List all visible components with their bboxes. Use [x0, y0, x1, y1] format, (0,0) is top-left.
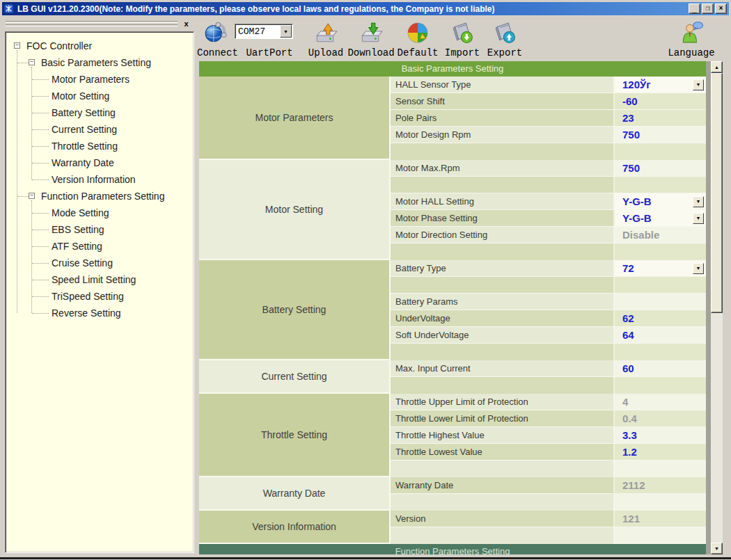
param-label: [391, 377, 615, 394]
param-value-text: 1.2: [622, 446, 637, 458]
table-row: Soft UnderVoltage64: [391, 327, 706, 344]
tree-collapse-icon[interactable]: −: [29, 59, 35, 65]
param-label: [391, 177, 615, 193]
tree-item-label: Warranty Date: [52, 157, 114, 168]
tree-connector: [17, 50, 17, 313]
param-value[interactable]: 1.2: [615, 444, 706, 460]
tree-item-function-parameters-setting[interactable]: −Function Parameters Setting: [10, 188, 191, 205]
toolbar-item-label: Import: [439, 47, 485, 58]
param-value: 121: [615, 511, 706, 527]
param-value[interactable]: 750: [615, 127, 706, 143]
tree-item-label: Reverse Setting: [52, 307, 121, 319]
param-label: Throttle Lowest Value: [391, 444, 615, 460]
param-group-current-setting: Current SettingMax. Input Current60: [199, 360, 706, 394]
group-cell-motor-setting: Motor Setting: [199, 160, 391, 259]
param-value[interactable]: 3.3: [615, 427, 706, 443]
connect-button[interactable]: Connect: [197, 17, 233, 60]
dropdown-button[interactable]: ▼: [693, 196, 704, 207]
param-value[interactable]: Y-G-B▼: [615, 193, 706, 209]
grabber-line: [6, 24, 178, 26]
vertical-scrollbar[interactable]: ▲ ▼: [711, 61, 723, 554]
tree-collapse-icon[interactable]: −: [29, 193, 35, 199]
tree-item-basic-parameters-setting[interactable]: −Basic Parameters Setting: [10, 54, 191, 71]
dropdown-button[interactable]: ▼: [693, 79, 704, 90]
group-cell-motor-parameters: Motor Parameters: [199, 77, 391, 159]
param-label: Motor Direction Setting: [391, 227, 615, 243]
param-value[interactable]: 750: [615, 160, 706, 176]
table-row: Throttle Upper Limit of Protection4: [391, 394, 706, 410]
tree-connector: [32, 79, 49, 80]
chevron-down-icon[interactable]: ▼: [280, 25, 292, 38]
param-label: Motor Design Rpm: [391, 127, 615, 143]
tree-item-label: FOC Controller: [26, 40, 92, 51]
uart-port-combobox[interactable]: COM27 ▼: [235, 24, 293, 39]
table-row: Max. Input Current60: [391, 360, 706, 377]
param-value-text: Y-G-B: [622, 195, 652, 207]
param-value[interactable]: 72▼: [615, 260, 706, 276]
uartport-button[interactable]: COM27 ▼ UartPort: [233, 17, 306, 60]
param-value: 4: [615, 394, 706, 410]
param-label: [391, 143, 615, 160]
close-button[interactable]: ×: [715, 3, 727, 14]
toolbar-item-label: Language: [667, 47, 716, 58]
default-button[interactable]: Default: [396, 17, 439, 60]
import-button[interactable]: Import: [439, 17, 485, 60]
param-value[interactable]: [615, 294, 706, 310]
param-value[interactable]: 23: [615, 110, 706, 126]
panel-close-button[interactable]: x: [181, 19, 191, 29]
tree-item-label: Cruise Setting: [52, 257, 113, 269]
section-header-function: Function Parameters Setting: [199, 544, 706, 554]
panel-grabber[interactable]: x: [4, 19, 194, 30]
param-group-throttle-setting: Throttle SettingThrottle Upper Limit of …: [199, 394, 706, 477]
param-value[interactable]: 60: [615, 360, 706, 376]
group-rows: Battery Type72▼Battery ParamsUnderVoltag…: [391, 260, 706, 359]
param-value[interactable]: 64: [615, 327, 706, 343]
group-cell-version-information: Version Information: [199, 511, 391, 543]
tree-connector: [32, 246, 49, 247]
download-button[interactable]: Download: [346, 17, 396, 60]
scrollbar-down-button[interactable]: ▼: [711, 543, 723, 554]
close-icon: ×: [718, 6, 723, 13]
tree-item-foc-controller[interactable]: −FOC Controller: [10, 38, 191, 54]
dropdown-button[interactable]: ▼: [693, 213, 704, 224]
param-label: HALL Sensor Type: [391, 77, 615, 93]
table-row: Throttle Lower Limit of Protection0.4: [391, 410, 706, 427]
tree-item-label: Motor Parameters: [52, 74, 129, 85]
param-group-version-information: Version InformationVersion121: [199, 511, 706, 544]
param-label: Sensor Shift: [391, 93, 615, 109]
param-value: [615, 177, 706, 193]
param-value-text: Disable: [622, 229, 659, 241]
table-row: UnderVoltage62: [391, 310, 706, 327]
scrollbar-track[interactable]: [711, 313, 723, 543]
spacer-row: [391, 344, 706, 360]
toolbar-item-label: UartPort: [233, 47, 306, 58]
spacer-row: [391, 277, 706, 294]
connect-icon: [203, 20, 227, 44]
tree-collapse-icon[interactable]: −: [14, 42, 20, 49]
param-value[interactable]: 120Ўг▼: [615, 77, 706, 93]
group-cell-throttle-setting: Throttle Setting: [199, 394, 391, 476]
minimize-button[interactable]: _: [689, 3, 700, 14]
param-value[interactable]: Y-G-B▼: [615, 210, 706, 226]
tree-item-label: Speed Limit Setting: [52, 274, 136, 285]
table-row: Motor Max.Rpm750: [391, 160, 706, 177]
tree-connector: [32, 213, 49, 214]
default-icon: [406, 20, 430, 44]
spacer-row: [391, 461, 706, 477]
group-cell-battery-setting: Battery Setting: [199, 260, 391, 359]
title-bar[interactable]: LB GUI v121.20.2300(Note: Modify the par…: [2, 2, 729, 15]
param-value[interactable]: 62: [615, 310, 706, 326]
param-value[interactable]: -60: [615, 93, 706, 109]
param-value-text: 750: [622, 129, 640, 141]
scrollbar-up-button[interactable]: ▲: [711, 61, 723, 73]
upload-button[interactable]: Upload: [306, 17, 346, 60]
dropdown-button[interactable]: ▼: [693, 263, 704, 274]
section-header-basic: Basic Parameters Setting: [199, 61, 706, 77]
table-row: Motor Design Rpm750: [391, 127, 706, 143]
language-button[interactable]: Language: [667, 17, 716, 60]
tree-item-label: Basic Parameters Setting: [41, 57, 151, 68]
group-rows: Warranty Date2112: [391, 477, 706, 509]
scrollbar-thumb[interactable]: [711, 73, 723, 313]
maximize-button[interactable]: ❐: [702, 3, 714, 14]
export-button[interactable]: Export: [485, 17, 524, 60]
